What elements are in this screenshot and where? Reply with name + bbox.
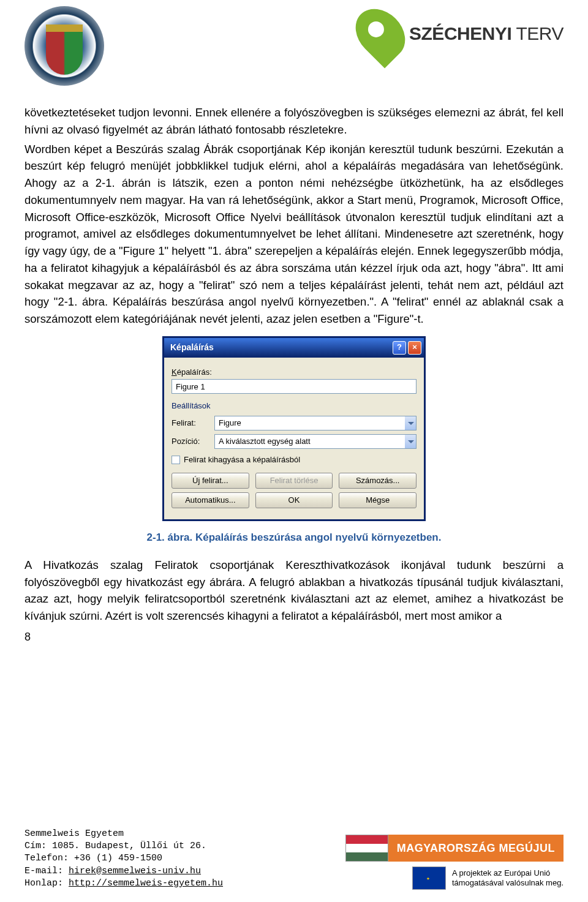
felirat-value[interactable] [214, 416, 405, 430]
footer-web-row: Honlap: http://semmelweis-egyetem.hu [24, 878, 223, 890]
paragraph-2: Wordben képet a Beszúrás szalag Ábrák cs… [24, 141, 564, 328]
checkbox-label: Felirat kihagyása a képaláírásból [184, 454, 300, 466]
szechenyi-light: TERV [511, 23, 564, 43]
hungary-flag-icon [345, 835, 388, 862]
footer-contact: Semmelweis Egyetem Cím: 1085. Budapest, … [24, 828, 223, 890]
footer-web-label: Honlap: [24, 878, 69, 889]
autocaption-button[interactable]: Automatikus... [172, 492, 249, 508]
delete-label-button: Felirat törlése [255, 473, 333, 489]
checkbox-icon[interactable] [172, 456, 180, 464]
caption-input[interactable] [172, 379, 417, 394]
help-button[interactable]: ? [393, 341, 406, 355]
page-footer: Semmelweis Egyetem Cím: 1085. Budapest, … [24, 828, 564, 890]
numbering-button[interactable]: Számozás... [339, 473, 417, 489]
pozicio-label: Pozíció: [172, 435, 208, 448]
cancel-button[interactable]: Mégse [339, 492, 417, 508]
footer-web-link[interactable]: http://semmelweis-egyetem.hu [69, 878, 223, 889]
eu-line1: A projektek az Európai Unió [452, 868, 564, 878]
dialog-titlebar: Képaláírás ? × [164, 338, 424, 358]
footer-email-label: E-mail: [24, 866, 69, 876]
close-button[interactable]: × [408, 341, 421, 355]
figure-caption: 2-1. ábra. Képaláírás beszúrása angol ny… [24, 530, 564, 546]
footer-address: Cím: 1085. Budapest, Üllői út 26. [24, 840, 223, 852]
szechenyi-text: SZÉCHENYI TERV [409, 23, 564, 44]
chevron-down-icon[interactable] [405, 434, 417, 449]
eu-flag-icon [412, 866, 446, 890]
chevron-down-icon[interactable] [405, 416, 417, 430]
new-label-button[interactable]: Új felirat... [172, 473, 249, 489]
university-crest-icon [24, 6, 104, 86]
settings-group-label: Beállítások [172, 400, 417, 412]
dialog-body: Képaláírás: Beállítások Felirat: Pozíció… [164, 358, 424, 520]
footer-phone: Telefon: +36 (1) 459-1500 [24, 852, 223, 865]
szechenyi-strong: SZÉCHENYI [409, 23, 511, 43]
paragraph-3: A Hivatkozás szalag Feliratok csoportján… [24, 557, 564, 625]
eu-line2: támogatásával valósulnak meg. [452, 878, 564, 888]
pozicio-combo[interactable] [214, 434, 417, 449]
felirat-label: Felirat: [172, 417, 208, 429]
ok-button[interactable]: OK [255, 492, 333, 508]
caption-field-label: Képaláírás: [172, 366, 417, 378]
caption-dialog: Képaláírás ? × Képaláírás: Beállítások F… [162, 336, 426, 522]
szechenyi-logo: SZÉCHENYI TERV [359, 6, 564, 61]
eu-row: A projektek az Európai Unió támogatásáva… [412, 866, 564, 890]
map-pin-icon [345, 0, 415, 69]
page-number: 8 [0, 631, 588, 644]
hungary-banner: MAGYARORSZÁG MEGÚJUL [345, 835, 564, 862]
footer-email-link[interactable]: hirek@semmelweis-univ.hu [69, 866, 201, 876]
pozicio-value[interactable] [214, 434, 405, 449]
page-header: SZÉCHENYI TERV [0, 0, 588, 86]
dialog-title: Képaláírás [170, 341, 214, 354]
body-content: következtetéseket tudjon levonni. Ennek … [0, 86, 588, 631]
footer-email-row: E-mail: hirek@semmelweis-univ.hu [24, 865, 223, 878]
footer-right: MAGYARORSZÁG MEGÚJUL A projektek az Euró… [345, 835, 564, 890]
eu-text: A projektek az Európai Unió támogatásáva… [452, 868, 564, 889]
exclude-label-checkbox-row[interactable]: Felirat kihagyása a képaláírásból [172, 454, 417, 466]
paragraph-1: következtetéseket tudjon levonni. Ennek … [24, 104, 564, 138]
footer-org: Semmelweis Egyetem [24, 828, 223, 840]
felirat-combo[interactable] [214, 416, 417, 430]
banner-text: MAGYARORSZÁG MEGÚJUL [388, 835, 564, 862]
